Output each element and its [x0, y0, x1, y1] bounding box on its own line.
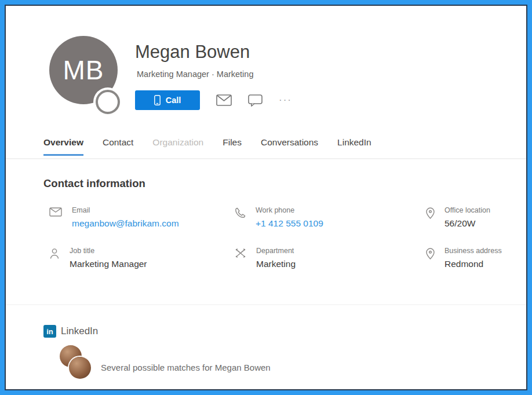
- job-title-value: Marketing Manager: [70, 259, 147, 269]
- linkedin-heading: LinkedIn: [61, 325, 98, 337]
- contact-information-heading: Contact information: [43, 177, 145, 190]
- email-action-icon[interactable]: [216, 94, 232, 106]
- action-bar: Call ···: [135, 90, 292, 111]
- office-location-value: 56/20W: [444, 218, 490, 229]
- profile-subtitle: Marketing Manager · Marketing: [137, 70, 253, 79]
- field-label: Office location: [444, 206, 490, 214]
- tab-divider: [6, 158, 526, 159]
- email-link[interactable]: meganbow@fabrikam.com: [72, 218, 179, 229]
- field-email: Email meganbow@fabrikam.com: [49, 206, 179, 229]
- field-label: Email: [72, 206, 179, 214]
- presence-badge-icon: [96, 90, 120, 114]
- field-label: Department: [256, 247, 296, 255]
- field-label: Business address: [444, 247, 502, 255]
- linkedin-matches-text: Several possible matches for Megan Bowen: [101, 363, 271, 372]
- business-address-value: Redmond: [444, 259, 502, 269]
- call-button-label: Call: [166, 96, 181, 105]
- location-pin-icon: [426, 207, 435, 221]
- person-icon: [49, 248, 60, 262]
- field-department: Department Marketing: [235, 247, 296, 269]
- mail-icon: [49, 207, 62, 219]
- field-label: Job title: [70, 247, 147, 255]
- tab-linkedin[interactable]: LinkedIn: [337, 137, 371, 156]
- more-options-icon[interactable]: ···: [279, 97, 292, 103]
- department-icon: [235, 248, 246, 261]
- work-phone-link[interactable]: +1 412 555 0109: [256, 218, 323, 229]
- field-office-location: Office location 56/20W: [426, 206, 490, 229]
- tab-files[interactable]: Files: [223, 137, 242, 156]
- linkedin-section-header: in LinkedIn: [43, 325, 98, 338]
- tab-bar: Overview Contact Organization Files Conv…: [43, 137, 515, 156]
- chat-action-icon[interactable]: [248, 94, 263, 107]
- section-divider: [6, 304, 526, 305]
- profile-name: Megan Bowen: [135, 42, 250, 63]
- tab-organization[interactable]: Organization: [152, 137, 203, 156]
- linkedin-match-avatars: [60, 344, 93, 380]
- phone-icon: [235, 207, 246, 221]
- mobile-phone-icon: [154, 95, 161, 105]
- department-value: Marketing: [256, 259, 296, 269]
- tab-overview[interactable]: Overview: [43, 137, 83, 156]
- linkedin-matches-row[interactable]: Several possible matches for Megan Bowen: [60, 344, 271, 380]
- tab-contact[interactable]: Contact: [103, 137, 133, 156]
- field-job-title: Job title Marketing Manager: [49, 247, 147, 269]
- contact-card: MB Megan Bowen Marketing Manager · Marke…: [5, 5, 527, 390]
- tab-conversations[interactable]: Conversations: [261, 137, 318, 156]
- match-avatar: [69, 357, 91, 379]
- field-work-phone: Work phone +1 412 555 0109: [235, 206, 323, 229]
- field-label: Work phone: [256, 206, 323, 214]
- avatar-initials: MB: [63, 54, 104, 86]
- call-button[interactable]: Call: [135, 90, 200, 110]
- field-business-address: Business address Redmond: [426, 247, 502, 269]
- linkedin-logo-icon: in: [43, 325, 56, 338]
- location-pin-icon: [426, 248, 435, 262]
